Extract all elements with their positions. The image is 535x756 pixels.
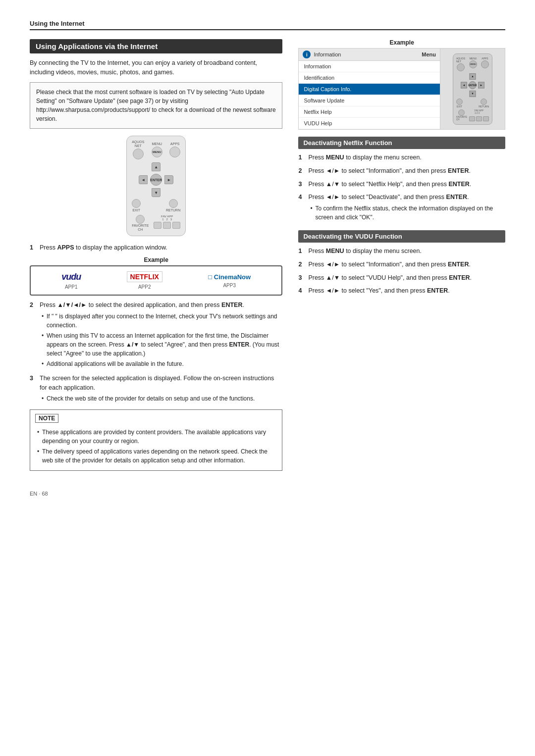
menu-label: Menu: [422, 51, 436, 57]
step1-bold: APPS: [57, 244, 74, 251]
deactivate-vudu-title: Deactivating the VUDU Function: [298, 230, 505, 243]
netflix-steps: 1 Press MENU to display the menu screen.…: [298, 153, 505, 223]
menu-item-identification[interactable]: Identification: [299, 72, 440, 84]
page-header-title: Using the Internet: [30, 20, 85, 27]
page-footer: EN · 68: [30, 491, 505, 497]
info-icon: i: [303, 50, 311, 58]
example-label-right: Example: [298, 39, 505, 46]
app-netflix: NETFLIX APP2: [127, 271, 162, 290]
mini-exit-btn: [456, 99, 463, 105]
menu-top-text: Information: [314, 51, 341, 57]
menu-left-panel: i Information Menu Information Identific…: [299, 49, 440, 129]
vudu-step-1: 1 Press MENU to display the menu screen.: [298, 247, 505, 256]
app-netflix-label: APP2: [138, 284, 151, 290]
mini-dpad-right: ►: [478, 82, 484, 88]
dpad-up[interactable]: ▲: [152, 162, 160, 171]
mini-menu-btn: MENU: [469, 60, 477, 68]
menu-top-bar: i Information Menu: [299, 49, 440, 61]
netflix-step-3: 3 Press ▲/▼ to select "Netflix Help", an…: [298, 180, 505, 189]
step1-press: Press: [40, 244, 57, 251]
mini-dpad-up: ▲: [470, 73, 476, 80]
intro-text: By connecting the TV to the Internet, yo…: [30, 58, 282, 77]
mini-remote: AQUOSNET MENU MENU APPS ▲: [453, 53, 492, 125]
apps-btn[interactable]: [169, 147, 180, 157]
dpad-left[interactable]: ◄: [139, 175, 148, 184]
return-btn[interactable]: [169, 199, 178, 208]
fav-app-3-btn[interactable]: [172, 222, 180, 229]
vudu-steps: 1 Press MENU to display the menu screen.…: [298, 247, 505, 296]
dpad-down[interactable]: ▼: [152, 188, 160, 197]
netflix-step-1: 1 Press MENU to display the menu screen.: [298, 153, 505, 162]
example-label-left: Example: [30, 256, 282, 263]
mini-dpad: ▲ ▼ ◄ ► ENTER: [461, 73, 484, 97]
exit-btn[interactable]: [132, 199, 141, 208]
menu-right-panel: AQUOSNET MENU MENU APPS ▲: [440, 49, 505, 129]
note-bullet2: The delivery speed of applications varie…: [42, 447, 277, 465]
step-1: 1 Press APPS to display the application …: [30, 243, 282, 252]
step2-bullet2: When using this TV to access an Internet…: [47, 331, 282, 358]
menu-item-information[interactable]: Information: [299, 61, 440, 72]
remote-illustration-left: AQUOSNET MENU MENU APPS ▲ ▼ ◄: [30, 136, 282, 237]
mini-dpad-left: ◄: [461, 82, 467, 88]
mini-return-btn: [481, 99, 487, 105]
fav-app-1-btn[interactable]: [154, 222, 161, 229]
note-title: NOTE: [35, 414, 58, 423]
app-cinemaNow-label: APP3: [223, 283, 236, 288]
step2-bullet1: If " " is displayed after you connect to…: [47, 312, 282, 330]
favorite-btn[interactable]: [136, 215, 145, 224]
note-box: NOTE These applications are provided by …: [30, 409, 282, 471]
deactivate-netflix-title: Deactivating Netflix Function: [298, 137, 505, 149]
menu-screenshot: i Information Menu Information Identific…: [298, 48, 505, 130]
mini-aquos-btn: [457, 63, 465, 71]
mini-enter-btn: ENTER: [469, 81, 477, 89]
aquos-net-btn[interactable]: [133, 149, 144, 159]
menu-btn[interactable]: MENU: [152, 147, 162, 157]
menu-item-digital-caption[interactable]: Digital Caption Info.: [299, 84, 440, 95]
info-box: Please check that the most current softw…: [30, 82, 282, 129]
mini-fav3-btn: [483, 116, 489, 121]
remote-device: AQUOSNET MENU MENU APPS ▲ ▼ ◄: [126, 136, 186, 237]
menu-item-software-update[interactable]: Software Update: [299, 95, 440, 106]
mini-fav1-btn: [469, 116, 475, 121]
vudu-step-3: 3 Press ▲/▼ to select "VUDU Help", and t…: [298, 273, 505, 283]
app-vudu-label: APP1: [65, 284, 78, 290]
step2-bullet3: Additional applications will be availabl…: [47, 359, 282, 368]
vudu-step-4: 4 Press ◄/► to select "Yes", and then pr…: [298, 286, 505, 296]
footer-text: EN · 68: [30, 491, 48, 497]
step3-bullet1: Check the web site of the provider for d…: [47, 394, 282, 403]
note-bullet1: These applications are provided by conte…: [42, 428, 277, 446]
menu-item-netflix-help[interactable]: Netflix Help: [299, 106, 440, 118]
mini-fav2-btn: [476, 116, 482, 121]
step-2: 2 Press ▲/▼/◄/► to select the desired ap…: [30, 301, 282, 370]
mini-favorite-btn: [458, 109, 465, 116]
fav-app-2-btn[interactable]: [163, 222, 171, 229]
dpad-right[interactable]: ►: [164, 175, 173, 184]
vudu-step-2: 2 Press ◄/► to select "Information", and…: [298, 260, 505, 269]
mini-apps-btn: [481, 60, 489, 68]
netflix-confirm-bullet: To confirm the Netflix status, check the…: [315, 204, 505, 222]
app-example-box: vudu APP1 NETFLIX APP2 □ CinemaNow APP3: [30, 265, 282, 296]
step1-rest: to display the application window.: [74, 244, 167, 251]
dpad: ▲ ▼ ◄ ► ENTER: [139, 162, 173, 197]
step-3: 3 The screen for the selected applicatio…: [30, 374, 282, 405]
page-header: Using the Internet: [30, 20, 505, 30]
netflix-step-2: 2 Press ◄/► to select "Information", and…: [298, 166, 505, 176]
netflix-step-4: 4 Press ◄/► to select "Deactivate", and …: [298, 193, 505, 223]
section-title-bar: Using Applications via the Internet: [30, 39, 282, 53]
right-column: Example i Information Menu Information I…: [298, 39, 505, 300]
enter-btn[interactable]: ENTER: [150, 174, 162, 186]
app-cinemaNow: □ CinemaNow APP3: [208, 273, 251, 288]
left-column: Using Applications via the Internet By c…: [30, 39, 282, 471]
app-vudu: vudu APP1: [61, 272, 81, 290]
mini-dpad-down: ▼: [470, 91, 476, 97]
menu-item-vudu-help[interactable]: VUDU Help: [299, 118, 440, 129]
